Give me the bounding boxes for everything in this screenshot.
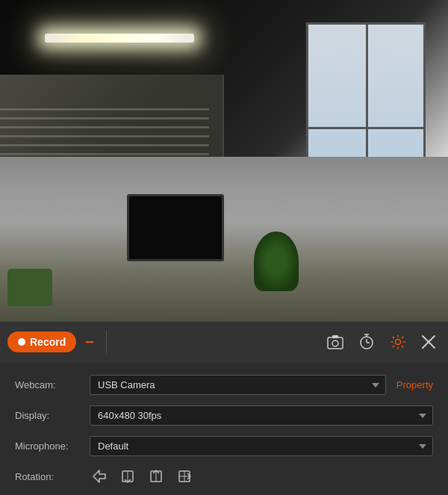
webcam-control: USB Camera Built-in Camera Virtual Camer… — [90, 375, 433, 395]
webcam-row: Webcam: USB Camera Built-in Camera Virtu… — [0, 370, 448, 400]
close-button[interactable] — [417, 331, 441, 352]
rotation-180-button[interactable] — [175, 467, 194, 486]
record-label: Record — [30, 336, 66, 348]
microphone-label: Microphone: — [15, 440, 90, 452]
svg-rect-2 — [332, 335, 338, 338]
monitor — [127, 194, 224, 261]
camera-preview — [0, 0, 448, 321]
controls-bar: Record − — [0, 321, 448, 362]
chair — [7, 269, 52, 306]
minus-button[interactable]: − — [82, 334, 97, 349]
rotation-none-icon — [91, 468, 108, 485]
svg-point-8 — [396, 340, 401, 345]
rotation-label: Rotation: — [15, 471, 90, 482]
property-link[interactable]: Property — [396, 379, 433, 390]
light-strip — [45, 34, 194, 43]
display-label: Display: — [15, 410, 90, 421]
microphone-control: Default Built-in Microphone USB Micropho… — [90, 436, 433, 456]
plant — [254, 231, 299, 291]
screenshot-button[interactable] — [323, 331, 348, 352]
gear-icon — [390, 334, 406, 350]
rotation-row: Rotation: — [0, 461, 448, 491]
svg-point-1 — [332, 340, 338, 346]
glass-stripes — [0, 105, 209, 164]
webcam-select[interactable]: USB Camera Built-in Camera Virtual Camer… — [90, 375, 386, 395]
record-dot-icon — [18, 338, 25, 346]
rotation-90cw-icon — [119, 468, 136, 485]
display-control: 640x480 30fps 1280x720 30fps 1920x1080 3… — [90, 405, 433, 426]
screenshot-icon — [327, 334, 343, 349]
timer-icon — [358, 334, 375, 350]
rotation-90ccw-icon — [148, 468, 164, 485]
rotation-buttons — [90, 467, 194, 486]
microphone-select[interactable]: Default Built-in Microphone USB Micropho… — [90, 436, 433, 456]
timer-button[interactable] — [354, 331, 379, 353]
rotation-control — [90, 467, 433, 486]
svg-marker-11 — [93, 470, 105, 482]
rotation-reset-button[interactable] — [90, 467, 109, 486]
rotation-90ccw-button[interactable] — [146, 467, 166, 486]
rotation-180-icon — [176, 468, 193, 485]
microphone-row: Microphone: Default Built-in Microphone … — [0, 431, 448, 461]
display-select[interactable]: 640x480 30fps 1280x720 30fps 1920x1080 3… — [90, 405, 433, 426]
divider — [106, 331, 107, 353]
close-icon — [421, 334, 436, 349]
webcam-label: Webcam: — [15, 379, 90, 390]
settings-panel: Webcam: USB Camera Built-in Camera Virtu… — [0, 362, 448, 495]
rotation-90cw-button[interactable] — [118, 467, 137, 486]
record-button[interactable]: Record — [7, 331, 76, 352]
display-row: Display: 640x480 30fps 1280x720 30fps 19… — [0, 400, 448, 431]
floor — [0, 157, 448, 321]
settings-button[interactable] — [385, 331, 411, 353]
